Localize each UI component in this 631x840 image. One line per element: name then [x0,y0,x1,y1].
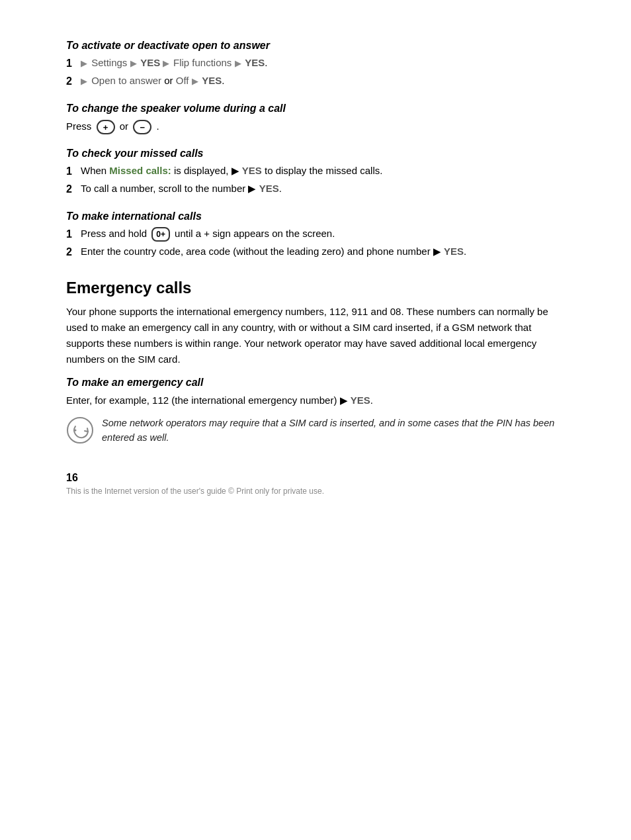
missed-calls-label: Missed calls: [109,165,171,176]
missed-steps: 1 When Missed calls: is displayed, ▶ YES… [66,163,565,197]
section-international: To make international calls 1 Press and … [66,210,565,260]
intl-step-number-2: 2 [66,244,81,260]
period-2: . [279,183,282,194]
settings-label: Settings [91,57,127,68]
arrow-3: ▶ [163,58,172,68]
missed-step-2: 2 To call a number, scroll to the number… [66,181,565,197]
section-missed-title: To check your missed calls [66,148,565,160]
until-text: until a + sign appears on the screen. [172,228,335,239]
yes-label-4: YES [242,165,262,176]
arrow-icon: ▶ [81,58,87,68]
make-emergency-body: Enter, for example, 112 (the internation… [66,393,565,408]
section-activate: To activate or deactivate open to answer… [66,40,565,89]
or-text: or [164,75,176,86]
section-emergency: Emergency calls Your phone supports the … [66,279,565,445]
enter-for-example-text: Enter, for example, 112 (the internation… [66,395,351,406]
arrow-2: ▶ [130,58,140,68]
flip-functions-label: Flip functions [173,57,231,68]
arrow-6: ▶ [192,76,201,86]
activate-step-1: 1 ▶ Settings ▶ YES ▶ Flip functions ▶ YE… [66,56,565,71]
intl-step-1-content: Press and hold 0+ until a + sign appears… [81,226,565,242]
section-speaker: To change the speaker volume during a ca… [66,103,565,134]
section-speaker-title: To change the speaker volume during a ca… [66,103,565,115]
international-step-2: 2 Enter the country code, area code (wit… [66,244,565,260]
note-text: Some network operators may require that … [102,416,565,445]
make-emergency-title: To make an emergency call [66,377,565,389]
period: . [156,120,159,132]
arrow-4: ▶ [235,58,244,68]
enter-country-text: Enter the country code, area code (witho… [81,246,444,257]
emergency-body-text: Your phone supports the international em… [66,304,565,367]
off-label: Off [176,75,189,86]
when-text: When [81,165,109,176]
yes-label-5: YES [259,183,279,194]
missed-step-number-2: 2 [66,181,81,197]
activate-step-2: 2 ▶ Open to answer or Off ▶ YES. [66,73,565,89]
speaker-body: Press + or − . [66,118,565,134]
press-label: Press [66,120,91,132]
period-4: . [370,395,373,406]
zero-plus-icon: 0+ [151,227,170,242]
step-number-1: 1 [66,56,81,71]
yes-label-2: YES [245,57,265,68]
section-activate-title: To activate or deactivate open to answer [66,40,565,52]
yes-label-1: YES [140,57,160,68]
to-call-text: To call a number, scroll to the number ▶ [81,183,259,194]
arrow-5: ▶ [81,76,87,86]
section-make-emergency: To make an emergency call Enter, for exa… [66,377,565,445]
yes-label-6: YES [444,246,464,257]
emergency-title: Emergency calls [66,279,565,297]
press-hold-text: Press and hold [81,228,149,239]
footer-text: This is the Internet version of the user… [66,487,565,496]
page-number: 16 [66,472,565,484]
section-international-title: To make international calls [66,210,565,222]
note-icon [66,416,94,444]
section-missed: To check your missed calls 1 When Missed… [66,148,565,197]
svg-point-1 [75,430,77,432]
yes-label-7: YES [351,395,370,406]
intl-step-2-content: Enter the country code, area code (witho… [81,244,565,259]
intl-step-number-1: 1 [66,226,81,242]
international-steps: 1 Press and hold 0+ until a + sign appea… [66,226,565,260]
missed-step-number-1: 1 [66,163,81,179]
note-box: Some network operators may require that … [66,416,565,445]
activate-step-2-content: ▶ Open to answer or Off ▶ YES. [81,73,565,89]
to-display-text: to display the missed calls. [262,165,383,176]
volume-up-button-icon: + [97,120,115,134]
missed-step-1: 1 When Missed calls: is displayed, ▶ YES… [66,163,565,179]
period-3: . [464,246,466,257]
missed-step-1-content: When Missed calls: is displayed, ▶ YES t… [81,163,565,179]
activate-step-1-content: ▶ Settings ▶ YES ▶ Flip functions ▶ YES. [81,56,565,71]
step-number-2: 2 [66,73,81,89]
svg-point-0 [67,418,93,443]
is-displayed-text: is displayed, ▶ [171,165,242,176]
activate-steps: 1 ▶ Settings ▶ YES ▶ Flip functions ▶ YE… [66,56,565,89]
international-step-1: 1 Press and hold 0+ until a + sign appea… [66,226,565,242]
volume-down-button-icon: − [133,120,151,134]
yes-label-3: YES [202,75,222,86]
or-label: or [120,120,128,132]
missed-step-2-content: To call a number, scroll to the number ▶… [81,181,565,197]
note-svg-icon [66,416,94,444]
open-to-answer-label: Open to answer [91,75,161,86]
